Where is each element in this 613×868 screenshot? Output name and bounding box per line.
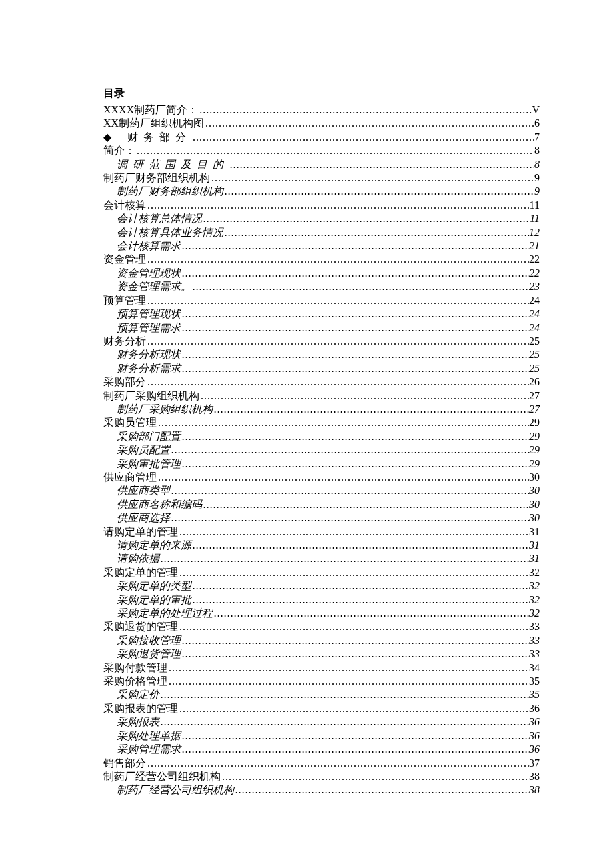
toc-entry[interactable]: 采购付款管理34 — [103, 661, 540, 675]
toc-entry[interactable]: 预算管理需求24 — [117, 321, 540, 335]
toc-page-number: 27 — [529, 389, 540, 403]
toc-page-number: 33 — [529, 620, 540, 633]
toc-entry[interactable]: 采购定单的处理过程32 — [117, 607, 540, 620]
toc-page-number: 32 — [529, 607, 540, 620]
toc-entry[interactable]: 采购部分26 — [103, 375, 540, 389]
toc-entry[interactable]: 制药厂采购组织机构27 — [103, 389, 540, 403]
toc-entry-label: 制药厂采购组织机构 — [103, 389, 199, 403]
toc-entry-label: 采购报表的管理 — [103, 702, 178, 715]
toc-entry[interactable]: 财务分析25 — [103, 335, 540, 348]
toc-entry[interactable]: 预算管理24 — [103, 294, 540, 307]
toc-entry-label: 制药厂财务部组织机构 — [117, 185, 223, 198]
toc-entry[interactable]: 供应商类型30 — [117, 484, 540, 497]
toc-entry[interactable]: 调研范围及目的8 — [117, 158, 540, 171]
toc-entry[interactable]: 供应商名称和编码30 — [117, 498, 540, 511]
toc-dotted-leader — [181, 321, 529, 335]
toc-page-number: 37 — [529, 757, 540, 770]
toc-dotted-leader — [181, 239, 529, 253]
toc-dotted-leader — [146, 199, 530, 212]
toc-entry[interactable]: 制药厂采购组织机构27 — [117, 403, 540, 416]
toc-page-number: 31 — [529, 539, 540, 552]
toc-entry[interactable]: ◆财务部分7 — [103, 131, 540, 144]
toc-entry[interactable]: 制药厂财务部组织机构9 — [117, 185, 540, 198]
toc-entry[interactable]: 供应商选择30 — [117, 511, 540, 525]
toc-entry[interactable]: 资金管理22 — [103, 253, 540, 266]
toc-dotted-leader — [198, 103, 532, 117]
toc-entry-label: 财务分析需求 — [117, 362, 181, 375]
toc-page-number: 6 — [534, 117, 540, 130]
toc-entry[interactable]: 采购处理单据36 — [117, 729, 540, 743]
toc-entry-label: 会计核算需求 — [117, 239, 181, 253]
toc-dotted-leader — [170, 511, 529, 525]
toc-entry[interactable]: 采购退货的管理33 — [103, 620, 540, 633]
toc-entry[interactable]: 请购定单的管理31 — [103, 525, 540, 539]
toc-dotted-leader — [181, 743, 529, 756]
toc-entry[interactable]: 会计核算具体业务情况12 — [117, 226, 540, 239]
toc-dotted-leader — [181, 348, 529, 361]
diamond-bullet-icon: ◆ — [103, 131, 111, 144]
toc-dotted-leader — [146, 375, 529, 389]
toc-entry[interactable]: 会计核算需求21 — [117, 239, 540, 253]
toc-entry-label: 制药厂经营公司组织机构 — [117, 783, 234, 797]
toc-page-number: 34 — [529, 661, 540, 675]
toc-dotted-leader — [178, 702, 529, 715]
toc-entry-label: 财务分析现状 — [117, 348, 181, 361]
toc-page-number: 29 — [529, 430, 540, 443]
toc-dotted-leader — [181, 362, 529, 375]
toc-dotted-leader — [146, 294, 529, 307]
toc-entry[interactable]: 预算管理现状24 — [117, 307, 540, 321]
toc-entry[interactable]: 采购部门配置29 — [117, 430, 540, 443]
toc-entry[interactable]: 销售部分37 — [103, 757, 540, 770]
toc-entry[interactable]: 简介：8 — [103, 144, 540, 157]
toc-entry[interactable]: 会计核算11 — [103, 199, 540, 212]
toc-page-number: 32 — [529, 579, 540, 593]
toc-page-number: 23 — [529, 280, 540, 293]
toc-entry[interactable]: 采购定单的管理32 — [103, 566, 540, 579]
toc-entry-label: 采购退货管理 — [117, 647, 181, 661]
toc-entry[interactable]: 采购报表36 — [117, 715, 540, 729]
toc-entry[interactable]: 采购定单的审批32 — [117, 593, 540, 607]
toc-page-number: V — [532, 103, 540, 117]
toc-entry[interactable]: 采购价格管理35 — [103, 675, 540, 688]
toc-entry[interactable]: 采购定单的类型32 — [117, 579, 540, 593]
toc-entry[interactable]: 财务分析现状25 — [117, 348, 540, 361]
toc-entry[interactable]: 资金管理需求。23 — [117, 280, 540, 293]
toc-entry[interactable]: 采购报表的管理36 — [103, 702, 540, 715]
toc-entry[interactable]: 资金管理现状22 — [117, 267, 540, 280]
toc-entry[interactable]: 会计核算总体情况11 — [117, 212, 540, 225]
toc-entry[interactable]: 采购管理需求36 — [117, 743, 540, 756]
toc-dotted-leader — [229, 158, 534, 171]
toc-entry[interactable]: 制药厂经营公司组织机构38 — [103, 770, 540, 783]
toc-page-number: 33 — [529, 647, 540, 661]
toc-entry[interactable]: 采购定价35 — [117, 688, 540, 701]
toc-entry-label: 采购审批管理 — [117, 457, 181, 471]
toc-entry[interactable]: 请购依据31 — [117, 552, 540, 565]
toc-entry[interactable]: XX制药厂组织机构图6 — [103, 117, 540, 130]
toc-entry[interactable]: 采购退货管理33 — [117, 647, 540, 661]
toc-dotted-leader — [181, 430, 529, 443]
toc-dotted-leader — [191, 280, 529, 293]
toc-entry[interactable]: 采购接收管理33 — [117, 634, 540, 647]
toc-dotted-leader — [234, 783, 529, 797]
toc-entry[interactable]: 制药厂财务部组织机构9 — [103, 171, 540, 185]
toc-entry[interactable]: 供应商管理30 — [103, 471, 540, 484]
toc-dotted-leader — [178, 566, 529, 579]
toc-entry-label: 销售部分 — [103, 757, 146, 770]
toc-page-number: 24 — [529, 307, 540, 321]
toc-entry[interactable]: 采购审批管理29 — [117, 457, 540, 471]
toc-entry[interactable]: XXXX制药厂简介：V — [103, 103, 540, 117]
toc-page-number: 22 — [529, 267, 540, 280]
toc-entry[interactable]: 财务分析需求25 — [117, 362, 540, 375]
toc-entry-label: 采购定单的管理 — [103, 566, 178, 579]
toc-page-number: 12 — [529, 226, 540, 239]
toc-entry-label: 供应商选择 — [117, 511, 170, 525]
toc-entry[interactable]: 采购员管理29 — [103, 416, 540, 429]
toc-page-number: 24 — [529, 294, 540, 307]
toc-dotted-leader — [167, 661, 529, 675]
toc-page-number: 24 — [529, 321, 540, 335]
toc-entry[interactable]: 请购定单的来源31 — [117, 539, 540, 552]
toc-entry[interactable]: 采购员配置29 — [117, 443, 540, 457]
toc-entry-label: 采购接收管理 — [117, 634, 181, 647]
toc-dotted-leader — [223, 226, 529, 239]
toc-entry[interactable]: 制药厂经营公司组织机构38 — [117, 783, 540, 797]
